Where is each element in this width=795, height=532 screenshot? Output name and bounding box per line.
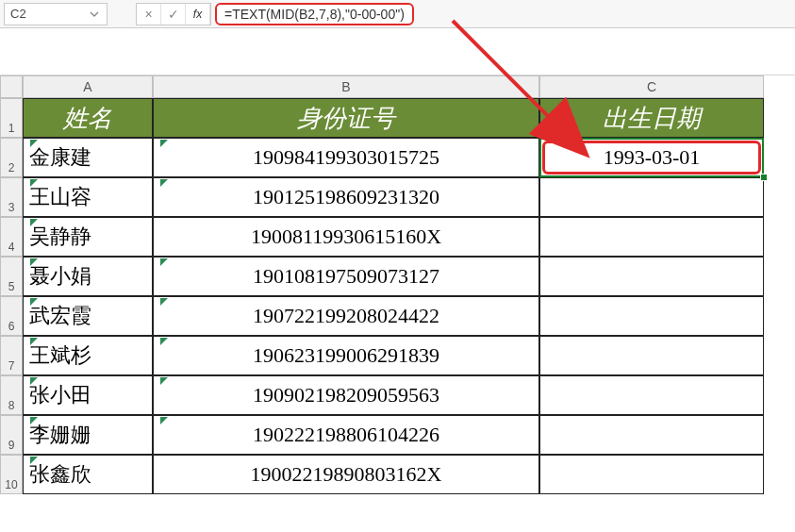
row-number[interactable]: 2 <box>0 138 23 177</box>
fx-icon[interactable]: fx <box>186 4 210 25</box>
column-header-A[interactable]: A <box>23 75 153 98</box>
column-header-row: A B C <box>0 75 795 98</box>
header-birth[interactable]: 出生日期 <box>539 98 764 138</box>
chevron-down-icon[interactable] <box>88 9 101 19</box>
table-row: 6 武宏霞 190722199208024422 <box>0 296 795 336</box>
error-indicator-icon <box>160 377 168 385</box>
cell-name[interactable]: 王斌杉 <box>23 336 153 375</box>
cell-birth-selected[interactable]: 1993-03-01 <box>539 138 764 177</box>
formula-area: =TEXT(MID(B2,7,8),"0-00-00") <box>215 3 414 25</box>
error-indicator-icon <box>160 258 168 266</box>
fill-handle[interactable] <box>760 174 768 181</box>
error-indicator-icon <box>160 179 168 187</box>
row-number[interactable]: 1 <box>0 98 23 138</box>
column-header-B[interactable]: B <box>153 75 539 98</box>
table-header-row: 1 姓名 身份证号 出生日期 <box>0 98 795 138</box>
worksheet: A B C 1 姓名 身份证号 出生日期 2 金康建 1909841993030… <box>0 75 795 494</box>
formula-controls: × ✓ fx <box>136 3 211 25</box>
cancel-icon[interactable]: × <box>137 4 161 25</box>
cell-id[interactable]: 19002219890803162X <box>153 455 539 494</box>
cell-id[interactable]: 190125198609231320 <box>153 177 539 217</box>
table-row: 5 聂小娟 190108197509073127 <box>0 257 795 296</box>
name-box[interactable]: C2 <box>4 3 108 25</box>
error-indicator-icon <box>30 140 38 147</box>
table-row: 10 张鑫欣 19002219890803162X <box>0 455 795 494</box>
cell-id[interactable]: 190902198209059563 <box>153 375 539 415</box>
select-all-corner[interactable] <box>0 75 23 98</box>
error-indicator-icon <box>30 457 38 464</box>
cell-birth[interactable] <box>539 177 764 217</box>
row-number[interactable]: 10 <box>0 455 23 494</box>
formula-highlight[interactable]: =TEXT(MID(B2,7,8),"0-00-00") <box>215 3 414 25</box>
error-indicator-icon <box>160 140 168 147</box>
error-indicator-icon <box>30 377 38 385</box>
row-number[interactable]: 9 <box>0 415 23 455</box>
cell-birth[interactable] <box>539 217 764 257</box>
table-row: 2 金康建 190984199303015725 1993-03-01 <box>0 138 795 177</box>
row-number[interactable]: 8 <box>0 375 23 415</box>
cell-id[interactable]: 190222198806104226 <box>153 415 539 455</box>
error-indicator-icon <box>30 219 38 226</box>
error-indicator-icon <box>160 298 168 306</box>
row-number[interactable]: 7 <box>0 336 23 375</box>
result-highlight: 1993-03-01 <box>542 141 761 175</box>
table-row: 4 吴静静 19008119930615160X <box>0 217 795 257</box>
error-indicator-icon <box>30 179 38 187</box>
cell-birth[interactable] <box>539 296 764 336</box>
formula-bar: C2 × ✓ fx =TEXT(MID(B2,7,8),"0-00-00") <box>0 0 795 28</box>
row-number[interactable]: 6 <box>0 296 23 336</box>
cell-id[interactable]: 190722199208024422 <box>153 296 539 336</box>
cell-name[interactable]: 张小田 <box>23 375 153 415</box>
cell-birth[interactable] <box>539 455 764 494</box>
cell-name[interactable]: 吴静静 <box>23 217 153 257</box>
name-box-value: C2 <box>10 7 88 21</box>
table-row: 8 张小田 190902198209059563 <box>0 375 795 415</box>
cell-birth[interactable] <box>539 415 764 455</box>
error-indicator-icon <box>30 258 38 266</box>
error-indicator-icon <box>160 338 168 345</box>
confirm-icon[interactable]: ✓ <box>161 4 186 25</box>
table-row: 7 王斌杉 190623199006291839 <box>0 336 795 375</box>
cell-birth[interactable] <box>539 375 764 415</box>
error-indicator-icon <box>160 417 168 424</box>
cell-birth[interactable] <box>539 257 764 296</box>
cell-name[interactable]: 武宏霞 <box>23 296 153 336</box>
error-indicator-icon <box>30 417 38 424</box>
cell-id[interactable]: 190984199303015725 <box>153 138 539 177</box>
cell-id[interactable]: 19008119930615160X <box>153 217 539 257</box>
error-indicator-icon <box>30 298 38 306</box>
formula-text: =TEXT(MID(B2,7,8),"0-00-00") <box>224 7 405 22</box>
row-number[interactable]: 5 <box>0 257 23 296</box>
table-row: 3 王山容 190125198609231320 <box>0 177 795 217</box>
cell-name[interactable]: 王山容 <box>23 177 153 217</box>
row-number[interactable]: 4 <box>0 217 23 257</box>
cell-id[interactable]: 190108197509073127 <box>153 257 539 296</box>
ribbon-gap <box>0 28 795 75</box>
cell-name[interactable]: 张鑫欣 <box>23 455 153 494</box>
header-id[interactable]: 身份证号 <box>153 98 539 138</box>
header-name[interactable]: 姓名 <box>23 98 153 138</box>
cell-name[interactable]: 金康建 <box>23 138 153 177</box>
cell-name[interactable]: 李姗姗 <box>23 415 153 455</box>
cell-id[interactable]: 190623199006291839 <box>153 336 539 375</box>
cell-name[interactable]: 聂小娟 <box>23 257 153 296</box>
error-indicator-icon <box>30 338 38 345</box>
column-header-C[interactable]: C <box>539 75 764 98</box>
table-row: 9 李姗姗 190222198806104226 <box>0 415 795 455</box>
row-number[interactable]: 3 <box>0 177 23 217</box>
cell-birth[interactable] <box>539 336 764 375</box>
